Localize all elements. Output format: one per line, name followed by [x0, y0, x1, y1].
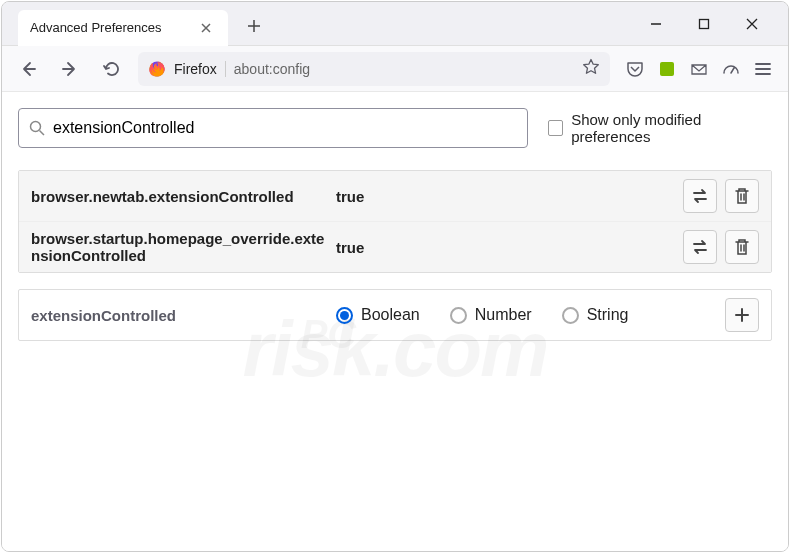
row-actions: [683, 230, 759, 264]
menu-button[interactable]: [754, 60, 772, 78]
radio-label: Boolean: [361, 306, 420, 324]
minimize-icon: [650, 18, 662, 30]
close-tab-button[interactable]: [196, 18, 216, 38]
new-tab-button[interactable]: [240, 12, 268, 40]
new-preference-row: extensionControlled Boolean Number Strin…: [18, 289, 772, 341]
extension-button[interactable]: [658, 60, 676, 78]
preference-list: browser.newtab.extensionControlled true …: [18, 170, 772, 273]
reload-button[interactable]: [96, 53, 128, 85]
config-search-input[interactable]: [53, 119, 517, 137]
checkbox-icon: [548, 120, 563, 136]
radio-number[interactable]: Number: [450, 306, 532, 324]
radio-string[interactable]: String: [562, 306, 629, 324]
radio-icon: [562, 307, 579, 324]
row-actions: [683, 179, 759, 213]
radio-boolean[interactable]: Boolean: [336, 306, 420, 324]
titlebar: Advanced Preferences: [2, 2, 788, 46]
dashboard-button[interactable]: [722, 60, 740, 78]
mail-icon: [690, 60, 708, 78]
radio-label: String: [587, 306, 629, 324]
maximize-button[interactable]: [692, 12, 716, 36]
star-icon: [582, 58, 600, 76]
minimize-button[interactable]: [644, 12, 668, 36]
preference-value: true: [336, 188, 683, 205]
new-preference-name: extensionControlled: [31, 307, 336, 324]
back-button[interactable]: [12, 53, 44, 85]
swap-icon: [691, 187, 709, 205]
svg-rect-2: [660, 62, 674, 76]
radio-icon: [336, 307, 353, 324]
gauge-icon: [722, 60, 740, 78]
plus-icon: [247, 19, 261, 33]
arrow-left-icon: [19, 60, 37, 78]
nav-toolbar: Firefox about:config: [2, 46, 788, 92]
reset-button[interactable]: [725, 179, 759, 213]
trash-icon: [734, 187, 750, 205]
close-icon: [200, 22, 212, 34]
firefox-logo-icon: [148, 60, 166, 78]
puzzle-icon: [658, 60, 676, 78]
type-radio-group: Boolean Number String: [336, 306, 725, 324]
add-preference-button[interactable]: [725, 298, 759, 332]
svg-rect-0: [700, 19, 709, 28]
preference-row[interactable]: browser.newtab.extensionControlled true: [19, 171, 771, 222]
radio-label: Number: [475, 306, 532, 324]
forward-button[interactable]: [54, 53, 86, 85]
reset-button[interactable]: [725, 230, 759, 264]
close-icon: [745, 17, 759, 31]
preference-name: browser.newtab.extensionControlled: [31, 188, 336, 205]
toggle-button[interactable]: [683, 179, 717, 213]
preference-value: true: [336, 239, 683, 256]
maximize-icon: [698, 18, 710, 30]
browser-window: Advanced Preferences: [1, 1, 789, 552]
plus-icon: [734, 307, 750, 323]
toggle-button[interactable]: [683, 230, 717, 264]
preference-name: browser.startup.homepage_override.extens…: [31, 230, 336, 264]
close-window-button[interactable]: [740, 12, 764, 36]
hamburger-icon: [754, 60, 772, 78]
swap-icon: [691, 238, 709, 256]
search-row: Show only modified preferences: [18, 108, 772, 148]
reload-icon: [103, 60, 121, 78]
mail-button[interactable]: [690, 60, 708, 78]
content-area: PC risk.com Show only modified preferenc…: [2, 92, 788, 551]
pocket-button[interactable]: [626, 60, 644, 78]
trash-icon: [734, 238, 750, 256]
pocket-icon: [626, 60, 644, 78]
tab-title: Advanced Preferences: [30, 20, 196, 35]
svg-point-3: [31, 122, 41, 132]
search-icon: [29, 120, 45, 136]
preference-row[interactable]: browser.startup.homepage_override.extens…: [19, 222, 771, 272]
bookmark-star-button[interactable]: [582, 58, 600, 80]
window-controls: [644, 12, 788, 36]
radio-icon: [450, 307, 467, 324]
toolbar-right: [620, 60, 778, 78]
url-bar[interactable]: Firefox about:config: [138, 52, 610, 86]
modified-only-checkbox-wrap[interactable]: Show only modified preferences: [548, 111, 772, 145]
url-text: about:config: [234, 61, 574, 77]
browser-tab[interactable]: Advanced Preferences: [18, 10, 228, 46]
config-search-box[interactable]: [18, 108, 528, 148]
identity-label: Firefox: [174, 61, 226, 77]
modified-only-label: Show only modified preferences: [571, 111, 772, 145]
arrow-right-icon: [61, 60, 79, 78]
